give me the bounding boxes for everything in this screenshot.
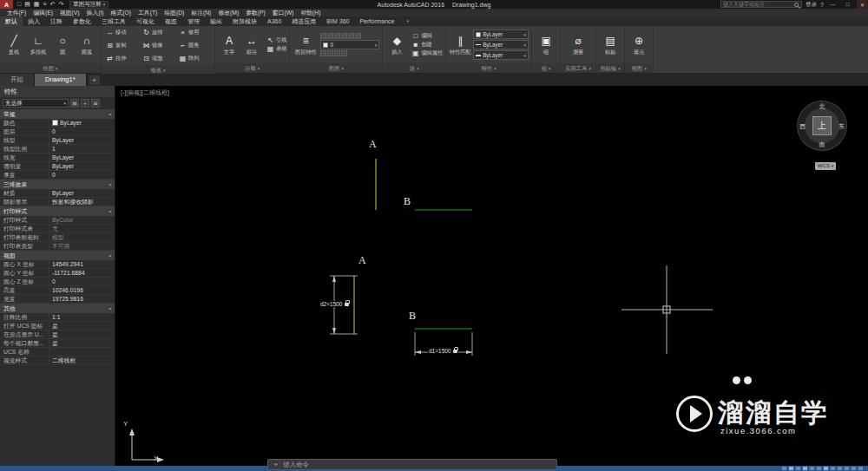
property-row[interactable]: 打印样式ByColor: [0, 216, 115, 225]
layer-tool-icon[interactable]: [341, 50, 347, 56]
menu-item[interactable]: 视图(V): [56, 9, 83, 16]
help-icon[interactable]: ?: [820, 2, 824, 8]
layer-tool-icon[interactable]: [320, 50, 326, 56]
ribbon-button[interactable]: ⌀ 测量: [563, 34, 593, 56]
ribbon-button[interactable]: ╱ 直线: [3, 34, 25, 56]
ribbon-button[interactable]: ⊞ 复制: [104, 42, 139, 49]
property-dropdown[interactable]: ByLayer ▾: [473, 29, 529, 39]
status-icon[interactable]: [838, 467, 842, 470]
viewcube[interactable]: 北 南 西 东 上: [797, 101, 847, 151]
layer-properties-button[interactable]: ≡ 图层特性: [293, 34, 319, 56]
property-row[interactable]: 材质ByLayer: [0, 189, 115, 198]
ribbon-button[interactable]: ⌐ 圆角: [177, 42, 212, 49]
ribbon-tab[interactable]: 管理: [182, 16, 205, 26]
menu-item[interactable]: 工具(T): [135, 9, 161, 16]
insert-block-button[interactable]: ◆ 插入: [385, 34, 408, 56]
property-row[interactable]: 阴影显示投射和接收阴影: [0, 198, 115, 206]
wcs-dropdown[interactable]: WCS ▾: [815, 162, 836, 170]
section-plot-style[interactable]: 打印样式▴: [0, 206, 115, 216]
ribbon-button[interactable]: ∟ 多段线: [27, 34, 49, 56]
select-objects-icon[interactable]: +: [81, 99, 89, 108]
command-line[interactable]: ⚒ 键入命令: [267, 459, 557, 470]
file-tab[interactable]: Drawing1*: [35, 74, 87, 86]
property-row[interactable]: UCS 名称: [0, 348, 115, 357]
layer-tool-icon[interactable]: [334, 33, 340, 39]
dimension-d1[interactable]: d1=1500: [428, 348, 458, 354]
layer-tool-icon[interactable]: [348, 33, 354, 39]
ribbon-tab[interactable]: 输出: [205, 16, 227, 26]
ribbon-tab[interactable]: 可视化: [131, 16, 160, 26]
ribbon-tab[interactable]: 注释: [45, 16, 68, 26]
ribbon-button[interactable]: ↔ 标注: [240, 34, 263, 56]
ribbon-button[interactable]: ▦ 阵列: [177, 55, 212, 62]
ribbon-button[interactable]: ▣ 编辑属性: [410, 49, 443, 57]
qat-icon[interactable]: □: [17, 0, 21, 9]
ribbon-button[interactable]: ↻ 旋转: [141, 29, 175, 36]
status-icon[interactable]: [817, 467, 821, 470]
close-button[interactable]: ✕: [857, 0, 868, 9]
property-row[interactable]: 图层0: [0, 128, 115, 136]
property-row[interactable]: 圆心 Z 坐标0: [0, 278, 115, 286]
status-icon[interactable]: [852, 467, 856, 470]
property-row[interactable]: 打印样式表无: [0, 225, 115, 233]
workspace-switcher[interactable]: 草图与注释 ▾: [69, 1, 108, 9]
sign-in-button[interactable]: 登录: [806, 1, 817, 9]
qat-icon[interactable]: ▤: [24, 0, 30, 9]
status-icon[interactable]: [845, 467, 849, 470]
menu-item[interactable]: 修改(M): [214, 9, 242, 16]
viewcube-west[interactable]: 西: [799, 122, 806, 131]
section-3d-effects[interactable]: 三维效果▴: [0, 180, 115, 189]
panel-title-annotate[interactable]: 注释▾: [215, 63, 289, 73]
qat-icon[interactable]: ≡: [43, 0, 46, 9]
status-icon[interactable]: [810, 467, 814, 470]
ribbon-button[interactable]: ⇄ 拉伸: [104, 55, 139, 62]
section-misc[interactable]: 其他▴: [0, 304, 115, 313]
menu-item[interactable]: 插入(I): [83, 9, 108, 16]
ribbon-button[interactable]: ⊡ 缩放: [141, 55, 175, 62]
file-tab[interactable]: 开始: [0, 74, 35, 86]
layer-tool-icon[interactable]: [327, 33, 333, 39]
panel-title-view[interactable]: 视图▾: [625, 63, 653, 73]
property-dropdown[interactable]: ByLayer ▾: [473, 50, 529, 60]
viewcube-south[interactable]: 南: [798, 141, 846, 149]
ribbon-button[interactable]: ▦ 表格: [265, 45, 286, 53]
panel-title-clipboard[interactable]: 剪贴板▾: [596, 63, 624, 73]
section-general[interactable]: 常规▴: [0, 109, 115, 119]
property-row[interactable]: 线型ByLayer: [0, 136, 115, 145]
property-row[interactable]: 线宽ByLayer: [0, 154, 115, 162]
property-row[interactable]: 颜色ByLayer: [0, 119, 115, 128]
layer-tool-icon[interactable]: [327, 50, 333, 56]
property-row[interactable]: 宽度19725.9816: [0, 295, 115, 304]
dimension-d2[interactable]: d2=1500: [319, 301, 350, 307]
ribbon-tab[interactable]: 视图: [160, 16, 182, 26]
palette-title[interactable]: 特性: [0, 86, 115, 97]
layer-dropdown[interactable]: 0 ▾: [320, 40, 379, 49]
menu-item[interactable]: 帮助(H): [297, 9, 324, 16]
panel-title-properties[interactable]: 特性▾: [446, 63, 531, 73]
status-icon[interactable]: [858, 467, 863, 470]
ribbon-tab[interactable]: A360: [262, 16, 286, 26]
ribbon-tab[interactable]: 默认: [0, 16, 23, 26]
section-view[interactable]: 视图▴: [0, 251, 115, 260]
property-row[interactable]: 打印表附着到模型: [0, 233, 115, 242]
ribbon-tab[interactable]: Performance: [354, 16, 399, 26]
new-drawing-tab-button[interactable]: +: [89, 75, 100, 85]
viewcube-top-face[interactable]: 上: [812, 116, 832, 135]
search-input[interactable]: [721, 2, 794, 7]
toggle-pickadd-icon[interactable]: ▤: [70, 99, 79, 108]
property-row[interactable]: 在原点显示 U...是: [0, 330, 115, 339]
ribbon-button[interactable]: ▣ 组: [535, 34, 557, 56]
property-row[interactable]: 厚度0: [0, 171, 115, 180]
ribbon-tab[interactable]: 参数化: [68, 16, 96, 26]
property-dropdown[interactable]: ByLayer ▾: [473, 40, 529, 49]
ribbon-button[interactable]: ■ 创建: [410, 41, 443, 49]
layer-tool-icon[interactable]: [355, 33, 361, 39]
selection-dropdown[interactable]: 无选择 ▾: [3, 99, 69, 108]
menu-item[interactable]: 绘图(D): [161, 9, 187, 16]
layer-tool-icon[interactable]: [334, 50, 340, 56]
status-icon[interactable]: [789, 467, 793, 470]
panel-title-utilities[interactable]: 实用工具▾: [561, 63, 595, 73]
ribbon-button[interactable]: A 文字: [218, 34, 240, 56]
ribbon-button[interactable]: ⊕ 基点: [628, 34, 650, 56]
ribbon-button[interactable]: ↔ 移动: [104, 29, 139, 36]
